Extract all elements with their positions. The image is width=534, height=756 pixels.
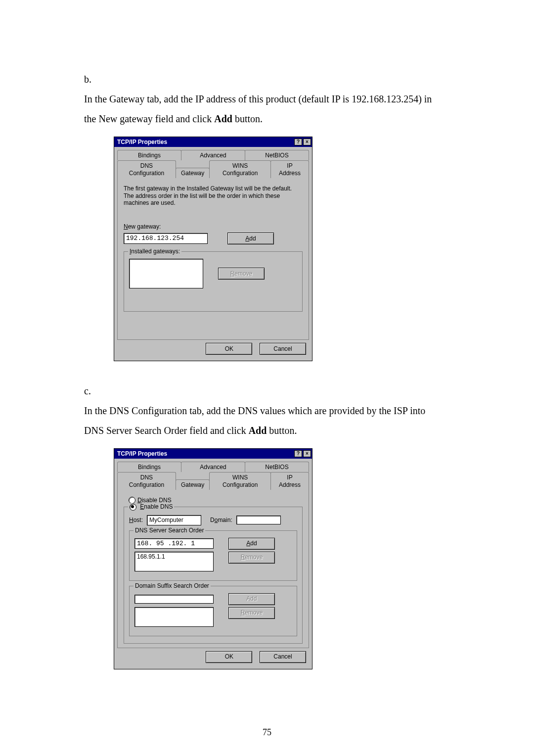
tab-dns-configuration[interactable]: DNS Configuration xyxy=(117,160,176,178)
help-button[interactable]: ? xyxy=(294,139,302,145)
text-suffix: button. xyxy=(267,425,297,436)
radio-enable-dns[interactable] xyxy=(130,504,136,511)
dialog-button-row: OK Cancel xyxy=(117,648,309,666)
window-title: TCP/IP Properties xyxy=(117,450,293,457)
host-input[interactable]: MyComputer xyxy=(147,515,201,525)
close-button[interactable]: × xyxy=(303,139,311,145)
dns-server-listbox[interactable]: 168.95.1.1 xyxy=(134,552,214,571)
domain-input[interactable] xyxy=(236,516,281,524)
tab-row-front: DNS Configuration Gateway WINS Configura… xyxy=(117,160,309,178)
text-bold: Add xyxy=(249,425,267,436)
dns-search-order-label: DNS Server Search Order xyxy=(134,527,205,534)
cancel-button[interactable]: Cancel xyxy=(260,651,306,663)
radio-enable-dns-label: Enable DNS xyxy=(140,503,173,510)
tab-netbios[interactable]: NetBIOS xyxy=(245,150,309,160)
radio-disable-dns-row[interactable]: Disable DNS xyxy=(129,497,303,504)
tab-wins-configuration[interactable]: WINS Configuration xyxy=(209,472,271,490)
ok-button[interactable]: OK xyxy=(206,651,252,663)
tab-wins-configuration[interactable]: WINS Configuration xyxy=(209,160,271,178)
new-gateway-input[interactable]: 192.168.123.254 xyxy=(124,233,208,244)
radio-enable-dns-row[interactable]: Enable DNS xyxy=(128,503,174,511)
tab-ip-address[interactable]: IP Address xyxy=(270,160,309,178)
radio-disable-dns[interactable] xyxy=(129,497,135,504)
cancel-button[interactable]: Cancel xyxy=(260,343,306,355)
ok-button[interactable]: OK xyxy=(206,343,252,355)
item-text: In the Gateway tab, add the IP address o… xyxy=(84,89,435,129)
domain-suffix-label: Domain Suffix Search Order xyxy=(134,582,211,589)
tab-row-front: DNS Configuration Gateway WINS Configura… xyxy=(117,472,309,490)
tab-panel-dns: Disable DNS Enable DNS Host: xyxy=(117,489,309,648)
tab-bindings[interactable]: Bindings xyxy=(117,150,181,160)
tab-dns-configuration[interactable]: DNS Configuration xyxy=(117,472,176,490)
item-letter: b. xyxy=(84,69,98,89)
item-text: In the DNS Configuration tab, add the DN… xyxy=(84,401,435,440)
dns-remove-button: Remove xyxy=(228,552,275,564)
tab-ip-address[interactable]: IP Address xyxy=(270,472,309,490)
titlebar: TCP/IP Properties ? × xyxy=(114,137,312,147)
remove-button: Remove xyxy=(218,268,265,280)
new-gateway-label: New gateway: xyxy=(124,223,303,230)
domain-suffix-listbox[interactable] xyxy=(134,607,214,627)
list-item-b: b. In the Gateway tab, add the IP addres… xyxy=(84,69,450,129)
tab-advanced[interactable]: Advanced xyxy=(181,150,245,160)
tab-panel-gateway: The first gateway in the Installed Gatew… xyxy=(117,178,309,340)
gateway-info-text: The first gateway in the Installed Gatew… xyxy=(124,185,303,206)
suffix-add-button: Add xyxy=(228,593,275,605)
host-label: Host: xyxy=(129,517,143,523)
tab-netbios[interactable]: NetBIOS xyxy=(245,462,309,472)
tab-row-back: Bindings Advanced NetBIOS xyxy=(117,150,309,160)
domain-label: Domain: xyxy=(210,517,232,523)
add-button[interactable]: Add xyxy=(227,233,274,244)
tab-row-back: Bindings Advanced NetBIOS xyxy=(117,462,309,472)
installed-gateways-listbox[interactable] xyxy=(129,259,203,288)
installed-gateways-label: Installed gateways: xyxy=(128,248,181,255)
suffix-remove-button: Remove xyxy=(228,607,275,619)
close-button[interactable]: × xyxy=(303,450,311,457)
radio-disable-dns-label: Disable DNS xyxy=(137,497,172,504)
tab-bindings[interactable]: Bindings xyxy=(117,462,181,472)
dialog-tcpip-gateway: TCP/IP Properties ? × Bindings Advanced … xyxy=(114,137,312,361)
list-item-c: c. In the DNS Configuration tab, add the… xyxy=(84,381,450,440)
titlebar: TCP/IP Properties ? × xyxy=(114,449,312,459)
text-suffix: button. xyxy=(232,113,263,124)
dialog-button-row: OK Cancel xyxy=(117,340,309,358)
item-letter: c. xyxy=(84,381,98,401)
domain-suffix-input[interactable] xyxy=(134,595,214,604)
text-bold: Add xyxy=(214,113,232,124)
tab-gateway[interactable]: Gateway xyxy=(176,168,210,178)
page-number: 75 xyxy=(0,723,534,741)
dns-server-input[interactable]: 168. 95 .192. 1 xyxy=(134,538,214,549)
window-title: TCP/IP Properties xyxy=(117,139,293,145)
tab-gateway[interactable]: Gateway xyxy=(176,479,210,490)
help-button[interactable]: ? xyxy=(294,450,302,457)
dialog-tcpip-dns: TCP/IP Properties ? × Bindings Advanced … xyxy=(114,448,312,669)
tab-advanced[interactable]: Advanced xyxy=(181,462,245,472)
dns-add-button[interactable]: Add xyxy=(228,538,275,550)
